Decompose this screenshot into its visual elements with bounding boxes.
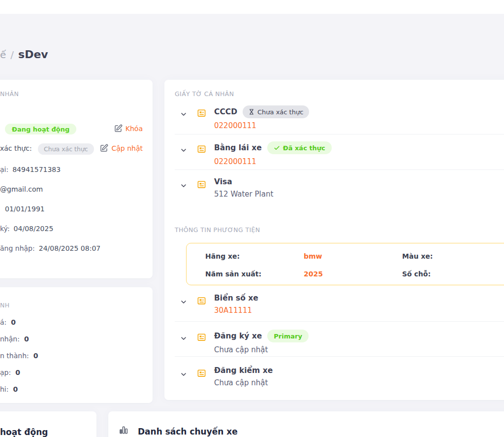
trips-card-title: Danh sách chuyến xe <box>138 426 238 437</box>
divider <box>175 356 504 357</box>
chevron-down-icon[interactable] <box>180 146 188 154</box>
trips-card: Danh sách chuyến xe <box>108 411 504 437</box>
stat-row: n thành: 0 <box>0 351 38 361</box>
activity-card-title: hoạt động <box>0 427 48 437</box>
stats-card: NH á: 0 nhận: 0 n thành: 0 ạp: 0 hi: 0 <box>0 287 153 403</box>
breadcrumb-current: sDev <box>18 48 48 61</box>
lock-button[interactable]: Khóa <box>114 124 143 133</box>
doc-value: Chưa cập nhật <box>214 378 273 388</box>
personal-info-heading: NHÂN <box>0 90 19 98</box>
status-badge-pending: Chưa xác thực <box>243 105 309 118</box>
personal-info-card: NHÂN Đang hoạt động Khóa xác thực: Chưa … <box>0 80 153 278</box>
chevron-down-icon[interactable] <box>180 110 188 118</box>
chevron-down-icon[interactable] <box>180 298 188 306</box>
id-card-icon <box>197 144 206 154</box>
id-card-icon <box>197 180 206 189</box>
documents-heading: GIẤY TỜ CÁ NHÂN <box>175 90 234 98</box>
primary-badge: Primary <box>267 330 309 342</box>
doc-title: Đăng ký xe <box>214 331 262 341</box>
stat-row: hi: 0 <box>0 384 18 394</box>
check-icon <box>274 145 280 151</box>
stat-row: á: 0 <box>0 317 16 327</box>
doc-value: 512 Water Plant <box>214 189 273 199</box>
register-date-field: ký: 04/08/2025 <box>0 224 53 234</box>
last-login-field: ăng nhập: 24/08/2025 08:07 <box>0 243 100 253</box>
status-badge-verified: Đã xác thực <box>267 141 332 154</box>
vehicle-info-box: Hãng xe: bmw Màu xe: Năm sản xuất: 2025 … <box>186 243 504 285</box>
divider <box>175 321 504 322</box>
lock-label: Khóa <box>126 125 143 133</box>
breadcrumb-separator: / <box>10 49 14 61</box>
vehicle-seats-label: Số chỗ: <box>402 269 431 278</box>
doc-title: Bằng lái xe <box>214 143 262 153</box>
chevron-down-icon[interactable] <box>180 370 188 378</box>
vehicle-year-label: Năm sản xuất: <box>205 269 261 278</box>
birthdate-field: 01/01/1991 <box>5 204 45 214</box>
divider <box>175 134 504 134</box>
vehicle-brand-value: bmw <box>304 252 322 261</box>
doc-value: Chưa cập nhật <box>214 345 309 355</box>
doc-title: Biển số xe <box>214 293 258 303</box>
id-card-icon <box>197 296 206 305</box>
stat-row: nhận: 0 <box>0 334 29 344</box>
update-button[interactable]: Cập nhật <box>99 144 143 153</box>
divider <box>175 169 504 170</box>
bar-chart-icon <box>119 425 128 435</box>
id-card-icon <box>197 108 206 118</box>
update-label: Cập nhật <box>111 144 143 152</box>
stats-heading: NH <box>0 302 10 309</box>
id-card-icon <box>197 333 206 342</box>
doc-title: Đăng kiểm xe <box>214 366 273 375</box>
doc-value: 022000111 <box>214 121 309 131</box>
breadcrumb-parent[interactable]: ế <box>0 49 6 61</box>
vehicle-color-label: Màu xe: <box>402 252 433 261</box>
doc-title: CCCD <box>214 107 237 117</box>
verify-badge: Chưa xác thực <box>38 143 94 155</box>
edit-icon <box>99 144 108 153</box>
phone-field: ại: 84941571383 <box>0 165 61 174</box>
stat-row: ạp: 0 <box>0 368 20 377</box>
chevron-down-icon[interactable] <box>180 182 188 190</box>
status-badge: Đang hoạt động <box>5 124 76 134</box>
doc-title: Visa <box>214 177 232 187</box>
top-bar <box>0 0 504 14</box>
chevron-down-icon[interactable] <box>180 335 188 342</box>
hourglass-icon <box>249 108 254 115</box>
doc-value: 022000111 <box>214 157 332 167</box>
edit-icon <box>114 124 123 133</box>
verify-label: xác thực: <box>0 144 32 152</box>
vehicle-year-value: 2025 <box>304 269 323 278</box>
documents-card: GIẤY TỜ CÁ NHÂN CCCD Chưa xác thực 02200… <box>164 80 504 400</box>
doc-value: 30A11111 <box>214 305 258 315</box>
breadcrumb: ế / sDev <box>0 48 48 61</box>
vehicle-section-heading: THÔNG TIN PHƯƠNG TIỆN <box>175 226 260 234</box>
email-field: @gmail.com <box>0 184 43 194</box>
id-card-icon <box>197 369 206 378</box>
vehicle-brand-label: Hãng xe: <box>205 252 240 261</box>
activity-card: hoạt động <box>0 411 96 437</box>
